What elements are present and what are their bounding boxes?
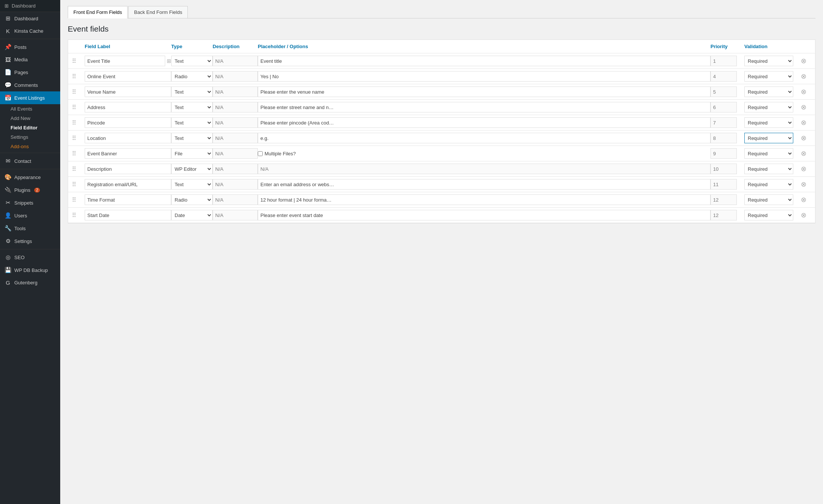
placeholder-input[interactable] <box>258 133 710 143</box>
sidebar-sub-field-editor[interactable]: Field Editor <box>0 123 60 132</box>
sidebar-item-snippets[interactable]: ✂ Snippets <box>0 196 60 209</box>
sidebar-item-posts[interactable]: 📌 Posts <box>0 41 60 53</box>
field-label-input[interactable] <box>85 87 171 97</box>
field-label-input[interactable] <box>85 210 171 220</box>
sidebar-item-settings[interactable]: ⚙ Settings <box>0 235 60 247</box>
description-input[interactable] <box>213 117 258 128</box>
description-input[interactable] <box>213 194 258 205</box>
validation-select[interactable]: RequiredOptionalNone <box>744 164 793 174</box>
field-label-input[interactable] <box>85 102 171 112</box>
sidebar-item-pages[interactable]: 📄 Pages <box>0 66 60 79</box>
validation-select[interactable]: RequiredOptionalNone <box>744 179 793 190</box>
sidebar-item-gutenberg[interactable]: G Gutenberg <box>0 276 60 289</box>
placeholder-input[interactable] <box>258 164 710 174</box>
placeholder-input[interactable] <box>258 179 710 190</box>
drag-handle[interactable]: ⠿ <box>71 149 85 158</box>
sidebar-item-kinsta[interactable]: K Kinsta Cache <box>0 25 60 37</box>
multiple-files-label[interactable]: Multiple Files? <box>258 151 710 156</box>
type-select[interactable]: TextRadioFileWP EditorDateSelectTextarea… <box>171 56 213 66</box>
description-input[interactable] <box>213 148 258 159</box>
drag-handle[interactable]: ⠿ <box>71 134 85 143</box>
sidebar-item-dashboard[interactable]: ⊞ Dashboard <box>0 12 60 25</box>
drag-handle[interactable]: ⠿ <box>71 211 85 220</box>
type-select[interactable]: TextRadioFileWP EditorDateSelectTextarea… <box>171 194 213 205</box>
sidebar-sub-settings[interactable]: Settings <box>0 132 60 142</box>
description-input[interactable] <box>213 210 258 220</box>
field-label-input[interactable] <box>85 56 165 66</box>
validation-select[interactable]: RequiredOptionalNone <box>744 210 793 220</box>
sidebar-item-contact[interactable]: ✉ Contact <box>0 155 60 167</box>
priority-input[interactable] <box>710 56 737 66</box>
remove-button[interactable]: ⊗ <box>801 119 806 126</box>
type-select[interactable]: TextRadioFileWP EditorDateSelectTextarea… <box>171 102 213 112</box>
sidebar-sub-add-new[interactable]: Add New <box>0 114 60 123</box>
placeholder-input[interactable] <box>258 210 710 220</box>
description-input[interactable] <box>213 71 258 82</box>
placeholder-input[interactable] <box>258 194 710 205</box>
sidebar-item-appearance[interactable]: 🎨 Appearance <box>0 171 60 184</box>
drag-handle[interactable]: ⠿ <box>71 165 85 173</box>
sidebar-item-tools[interactable]: 🔧 Tools <box>0 222 60 235</box>
field-label-input[interactable] <box>85 148 171 159</box>
description-input[interactable] <box>213 133 258 143</box>
remove-button[interactable]: ⊗ <box>801 88 806 96</box>
validation-select[interactable]: RequiredOptionalNone <box>744 102 793 112</box>
sidebar-item-wp-db-backup[interactable]: 💾 WP DB Backup <box>0 264 60 276</box>
drag-handle[interactable]: ⠿ <box>71 180 85 189</box>
description-input[interactable] <box>213 164 258 174</box>
sidebar-logo[interactable]: ⊞ Dashboard <box>0 0 60 12</box>
tab-backend[interactable]: Back End Form Fields <box>128 6 188 18</box>
sidebar-item-seo[interactable]: ◎ SEO <box>0 251 60 264</box>
type-select[interactable]: TextRadioFileWP EditorDateSelectTextarea… <box>171 71 213 82</box>
field-label-input[interactable] <box>85 194 171 205</box>
type-select[interactable]: TextRadioFileWP EditorDateSelectTextarea… <box>171 210 213 220</box>
remove-button[interactable]: ⊗ <box>801 150 806 157</box>
field-label-input[interactable] <box>85 71 171 82</box>
remove-button[interactable]: ⊗ <box>801 57 806 65</box>
tab-frontend[interactable]: Front End Form Fields <box>68 6 128 18</box>
type-select[interactable]: TextRadioFileWP EditorDateSelectTextarea… <box>171 164 213 174</box>
remove-button[interactable]: ⊗ <box>801 103 806 111</box>
field-label-input[interactable] <box>85 117 171 128</box>
sidebar-item-plugins[interactable]: 🔌 Plugins 2 <box>0 184 60 196</box>
priority-input[interactable] <box>710 87 737 97</box>
placeholder-input[interactable] <box>258 102 710 112</box>
description-input[interactable] <box>213 87 258 97</box>
field-label-input[interactable] <box>85 164 171 174</box>
validation-select[interactable]: RequiredOptionalNone <box>744 194 793 205</box>
type-select[interactable]: TextRadioFileWP EditorDateSelectTextarea… <box>171 117 213 128</box>
placeholder-input[interactable] <box>258 56 710 66</box>
validation-select[interactable]: RequiredOptionalNone <box>744 56 793 66</box>
priority-input[interactable] <box>710 133 737 143</box>
priority-input[interactable] <box>710 179 737 190</box>
placeholder-input[interactable] <box>258 71 710 82</box>
sidebar-sub-addons[interactable]: Add-ons <box>0 142 60 151</box>
remove-button[interactable]: ⊗ <box>801 73 806 80</box>
description-input[interactable] <box>213 179 258 190</box>
sidebar-item-users[interactable]: 👤 Users <box>0 209 60 222</box>
priority-input[interactable] <box>710 164 737 174</box>
validation-select[interactable]: RequiredOptionalNone <box>744 148 793 159</box>
remove-button[interactable]: ⊗ <box>801 196 806 203</box>
priority-input[interactable] <box>710 148 737 159</box>
drag-handle[interactable]: ⠿ <box>71 103 85 112</box>
priority-input[interactable] <box>710 102 737 112</box>
field-label-input[interactable] <box>85 179 171 190</box>
priority-input[interactable] <box>710 194 737 205</box>
placeholder-input[interactable] <box>258 117 710 128</box>
validation-select[interactable]: RequiredOptionalNone <box>744 133 793 143</box>
remove-button[interactable]: ⊗ <box>801 211 806 219</box>
sidebar-item-comments[interactable]: 💬 Comments <box>0 79 60 91</box>
validation-select[interactable]: RequiredOptionalNone <box>744 87 793 97</box>
drag-handle[interactable]: ⠿ <box>71 88 85 96</box>
drag-handle[interactable]: ⠿ <box>71 57 85 65</box>
description-input[interactable] <box>213 56 258 66</box>
type-select[interactable]: TextRadioFileWP EditorDateSelectTextarea… <box>171 179 213 190</box>
sidebar-item-event-listings[interactable]: 📅 Event Listings <box>0 91 60 104</box>
remove-button[interactable]: ⊗ <box>801 165 806 173</box>
type-select[interactable]: TextRadioFileWP EditorDateSelectTextarea… <box>171 87 213 97</box>
drag-handle[interactable]: ⠿ <box>71 118 85 127</box>
drag-handle[interactable]: ⠿ <box>71 196 85 204</box>
remove-button[interactable]: ⊗ <box>801 134 806 142</box>
type-select[interactable]: TextRadioFileWP EditorDateSelectTextarea… <box>171 133 213 143</box>
